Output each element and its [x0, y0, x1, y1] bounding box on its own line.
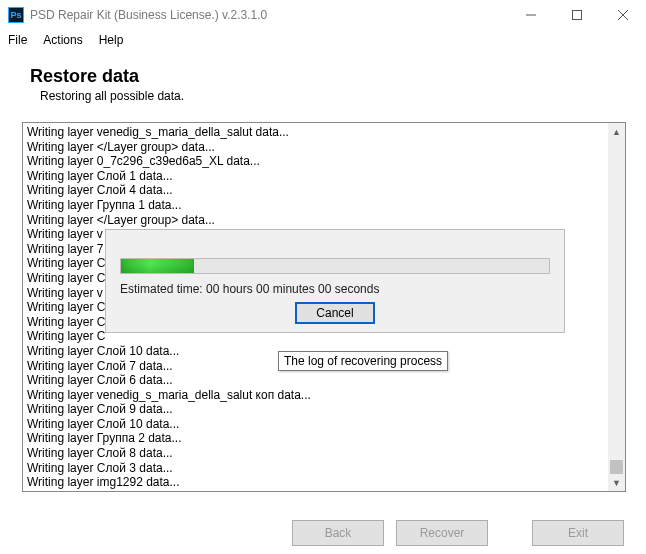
- window-controls: [508, 0, 646, 30]
- scroll-up-icon[interactable]: ▲: [608, 123, 625, 140]
- log-line: Writing layer Слой 4 data...: [27, 183, 609, 198]
- progress-bar: [120, 258, 550, 274]
- tooltip: The log of recovering process: [278, 351, 448, 371]
- log-line: Writing layer Слой 17 data...: [27, 490, 609, 492]
- menubar: File Actions Help: [0, 30, 646, 50]
- window-title: PSD Repair Kit (Business License.) v.2.3…: [30, 8, 508, 22]
- progress-fill: [121, 259, 194, 273]
- log-line: Writing layer Группа 1 data...: [27, 198, 609, 213]
- scroll-down-icon[interactable]: ▼: [608, 474, 625, 491]
- log-line: Writing layer Слой 8 data...: [27, 446, 609, 461]
- log-line: Writing layer Слой 9 data...: [27, 402, 609, 417]
- menu-help[interactable]: Help: [99, 33, 124, 47]
- menu-actions[interactable]: Actions: [43, 33, 82, 47]
- maximize-button[interactable]: [554, 0, 600, 30]
- scrollbar[interactable]: ▲ ▼: [608, 123, 625, 491]
- log-line: Writing layer </Layer group> data...: [27, 140, 609, 155]
- log-line: Writing layer Группа 2 data...: [27, 431, 609, 446]
- app-icon: Ps: [8, 7, 24, 23]
- titlebar: Ps PSD Repair Kit (Business License.) v.…: [0, 0, 646, 30]
- content-area: Restore data Restoring all possible data…: [0, 50, 646, 103]
- back-button[interactable]: Back: [292, 520, 384, 546]
- recover-button[interactable]: Recover: [396, 520, 488, 546]
- log-line: Writing layer venedig_s_maria_della_salu…: [27, 125, 609, 140]
- log-line: Writing layer </Layer group> data...: [27, 213, 609, 228]
- page-subheading: Restoring all possible data.: [40, 89, 634, 103]
- page-heading: Restore data: [30, 66, 634, 87]
- cancel-button[interactable]: Cancel: [295, 302, 375, 324]
- log-line: Writing layer Слой 3 data...: [27, 461, 609, 476]
- log-line: Writing layer img1292 data...: [27, 475, 609, 490]
- minimize-button[interactable]: [508, 0, 554, 30]
- log-line: Writing layer 0_7c296_c39ed6a5_XL data..…: [27, 154, 609, 169]
- footer: Back Recover Exit: [0, 512, 646, 554]
- estimated-time-label: Estimated time: 00 hours 00 minutes 00 s…: [120, 282, 564, 296]
- log-line: Writing layer Слой 6 data...: [27, 373, 609, 388]
- scroll-thumb[interactable]: [610, 460, 623, 474]
- close-button[interactable]: [600, 0, 646, 30]
- menu-file[interactable]: File: [8, 33, 27, 47]
- log-line: Writing layer Слой 10 data...: [27, 417, 609, 432]
- exit-button[interactable]: Exit: [532, 520, 624, 546]
- log-line: Writing layer Слой 1 data...: [27, 169, 609, 184]
- scroll-track[interactable]: [608, 140, 625, 474]
- progress-dialog: Estimated time: 00 hours 00 minutes 00 s…: [105, 229, 565, 333]
- log-line: Writing layer venedig_s_maria_della_salu…: [27, 388, 609, 403]
- svg-rect-1: [573, 11, 582, 20]
